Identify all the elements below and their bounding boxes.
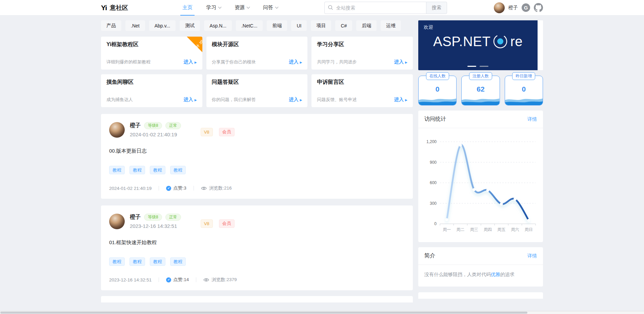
enter-link[interactable]: 进入▶ — [184, 59, 197, 65]
arrow-right-icon: ▶ — [195, 61, 197, 64]
forum-card-chat[interactable]: 摸鱼闲聊区 成为捕鱼达人 进入▶ — [101, 74, 202, 107]
enter-link[interactable]: 进入▶ — [394, 59, 407, 65]
vip-badge: V8 — [201, 219, 213, 228]
gitee-icon[interactable]: G — [522, 3, 530, 12]
topic-tag[interactable]: 产品 — [101, 20, 121, 31]
intro-detail-link[interactable]: 详情 — [527, 253, 537, 259]
nav-item-learn[interactable]: 学习 — [202, 0, 225, 15]
topic-tagbar: 产品 .Net Abp.v... 测试 Asp.N... .NetC... 前端… — [101, 20, 413, 31]
stat-label: 昨日新增 — [512, 72, 535, 80]
nav-item-qa[interactable]: 问答 — [259, 0, 282, 15]
visits-line-chart: 03006009001,200周一周二周三周四周五周六周日 — [420, 133, 541, 237]
chevron-down-icon — [218, 5, 222, 9]
panel-title: 访问统计 — [424, 116, 446, 123]
status-badge: 正常 — [165, 214, 181, 221]
member-badge: 会员 — [219, 219, 235, 228]
core-c-ring-icon — [492, 33, 508, 50]
chevron-down-icon — [275, 5, 279, 9]
forum-card-modules[interactable]: 模块开源区 分享属于你自己的模块 进入▶ — [206, 37, 308, 70]
post-tag[interactable]: 教程 — [170, 166, 186, 174]
stat-value: 0 — [419, 85, 456, 93]
search-button[interactable]: 搜索 — [426, 2, 447, 14]
post-title[interactable]: 00.版本更新日志 — [109, 148, 405, 154]
carousel-dot-active[interactable] — [467, 66, 476, 67]
post-tag[interactable]: 教程 — [109, 166, 125, 174]
svg-text:周一: 周一 — [443, 227, 451, 232]
post-tag[interactable]: 教程 — [129, 257, 145, 266]
forum-desc: 分享属于你自己的模块 — [212, 59, 256, 65]
post-tag[interactable]: 教程 — [170, 257, 186, 266]
enter-link[interactable]: 进入▶ — [394, 97, 407, 103]
topic-tag[interactable]: C# — [335, 20, 352, 31]
scrollbar-thumb[interactable] — [0, 312, 527, 314]
enter-link[interactable]: 进入▶ — [289, 59, 302, 65]
forum-card-learning[interactable]: 学习分享区 共同学习，共同进步 进入▶ — [311, 37, 413, 70]
post-author-name[interactable]: 橙子 — [130, 122, 141, 129]
post-card[interactable]: 橙子 等级8 正常 2024-01-02 21:40:19 V8 会员 00.版… — [101, 114, 413, 199]
post-tag[interactable]: 教程 — [150, 257, 165, 266]
arrow-right-icon: ▶ — [300, 98, 302, 102]
svg-text:1,200: 1,200 — [426, 139, 437, 144]
post-tag[interactable]: 教程 — [150, 166, 165, 174]
svg-text:300: 300 — [430, 201, 437, 206]
carousel-dot[interactable] — [480, 66, 488, 67]
nav-item-home[interactable]: 主页 — [178, 0, 197, 15]
views-stat: 浏览数:216 — [201, 185, 232, 191]
post-author-avatar[interactable] — [109, 214, 125, 229]
views-label: 浏览数: — [209, 185, 224, 191]
svg-text:900: 900 — [430, 160, 437, 165]
level-badge: 等级8 — [144, 214, 162, 221]
views-stat: 浏览数:2379 — [203, 277, 237, 283]
enter-link[interactable]: 进入▶ — [289, 97, 302, 103]
post-header: 橙子 等级8 正常 2024-01-02 21:40:19 V8 会员 — [109, 122, 405, 138]
main-column: 产品 .Net Abp.v... 测试 Asp.N... .NetC... 前端… — [101, 20, 413, 302]
post-footer-time: 2023-12-16 14:32:51 — [109, 277, 152, 282]
user-avatar[interactable] — [494, 2, 505, 13]
topic-tag[interactable]: 测试 — [180, 20, 200, 31]
wave-decoration — [462, 96, 499, 105]
github-icon[interactable] — [534, 3, 543, 12]
topic-tag[interactable]: Asp.N... — [204, 20, 232, 31]
enter-link[interactable]: 进入▶ — [184, 97, 197, 103]
stat-card-online: 在线人数 0 — [418, 76, 457, 105]
enter-label: 进入 — [289, 97, 298, 103]
forum-card-appeal[interactable]: 申诉留言区 问题反馈、账号申述 进入▶ — [311, 74, 413, 107]
likes-count: 14 — [184, 277, 189, 282]
core-re-text: re — [510, 34, 523, 49]
forum-desc: 问题反馈、账号申述 — [317, 97, 357, 103]
brand[interactable]: Yi 意社区 — [101, 4, 128, 12]
horizontal-scrollbar[interactable] — [0, 311, 644, 314]
post-author-name[interactable]: 橙子 — [130, 214, 141, 221]
forum-card-qa[interactable]: 问题答疑区 你的问题，我们来解答 进入▶ — [206, 74, 308, 107]
topic-tag[interactable]: .Net — [125, 20, 145, 31]
post-tag[interactable]: 教程 — [129, 166, 145, 174]
eye-icon — [201, 186, 207, 191]
welcome-text: 欢迎 — [424, 24, 532, 31]
topic-tag[interactable]: Abp.v... — [149, 20, 176, 31]
post-footer: 2023-12-16 14:32:51 ✔ 点赞:14 浏览数:2379 — [109, 277, 405, 283]
post-title[interactable]: 01.框架快速开始教程 — [109, 239, 405, 246]
topic-tag[interactable]: .NetC... — [236, 20, 263, 31]
topic-tag[interactable]: 后端 — [356, 20, 377, 31]
likes-stat[interactable]: ✔ 点赞:3 — [166, 185, 186, 191]
post-card[interactable]: 橙子 等级8 正常 2023-12-16 14:32:51 V8 会员 01.框… — [101, 205, 413, 290]
divider — [194, 186, 194, 191]
welcome-carousel: 欢迎 ASP.NET re — [418, 20, 543, 70]
top-navbar: Yi 意社区 主页 学习 资源 问答 — [0, 0, 644, 16]
post-author-avatar[interactable] — [109, 122, 125, 138]
topic-tag[interactable]: 前端 — [267, 20, 287, 31]
nav-item-resources[interactable]: 资源 — [230, 0, 254, 15]
topic-tag[interactable]: 项目 — [311, 20, 331, 31]
forum-title: 模块开源区 — [212, 41, 302, 48]
next-post-card-partial — [101, 296, 413, 302]
carousel-slide-aspnetcore[interactable]: 欢迎 ASP.NET re — [418, 20, 538, 70]
post-tag[interactable]: 教程 — [109, 257, 125, 266]
nav-label: 资源 — [235, 4, 245, 11]
search-input[interactable] — [324, 2, 426, 14]
forum-card-tutorial[interactable]: 官方 Yi框架教程区 详细到爆炸的框架教程 进入▶ — [101, 37, 202, 70]
topic-tag[interactable]: 运维 — [381, 20, 401, 31]
intro-text-link[interactable]: 优雅 — [491, 272, 500, 277]
likes-stat[interactable]: ✔ 点赞:14 — [166, 277, 189, 283]
visit-stats-detail-link[interactable]: 详情 — [527, 116, 537, 122]
topic-tag[interactable]: UI — [291, 20, 307, 31]
